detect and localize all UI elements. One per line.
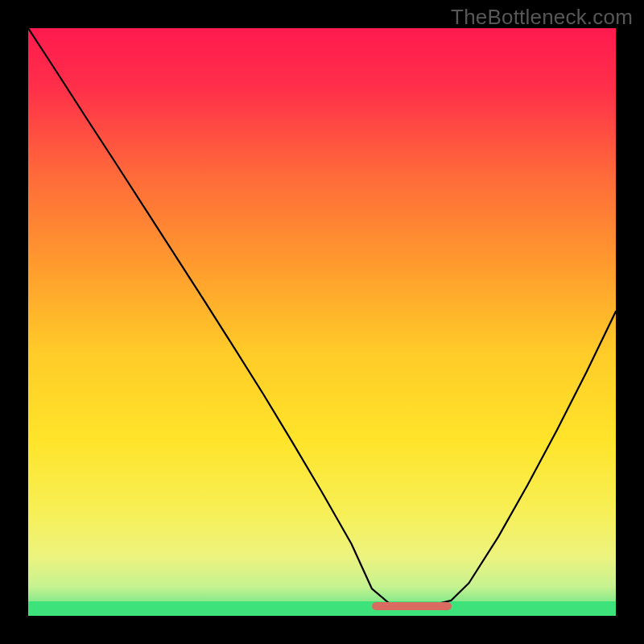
bottleneck-curve: [28, 28, 616, 616]
optimal-range-marker: [372, 602, 452, 610]
chart-container: TheBottleneck.com: [0, 0, 644, 644]
plot-area: [28, 28, 616, 616]
watermark-text: TheBottleneck.com: [451, 5, 633, 30]
